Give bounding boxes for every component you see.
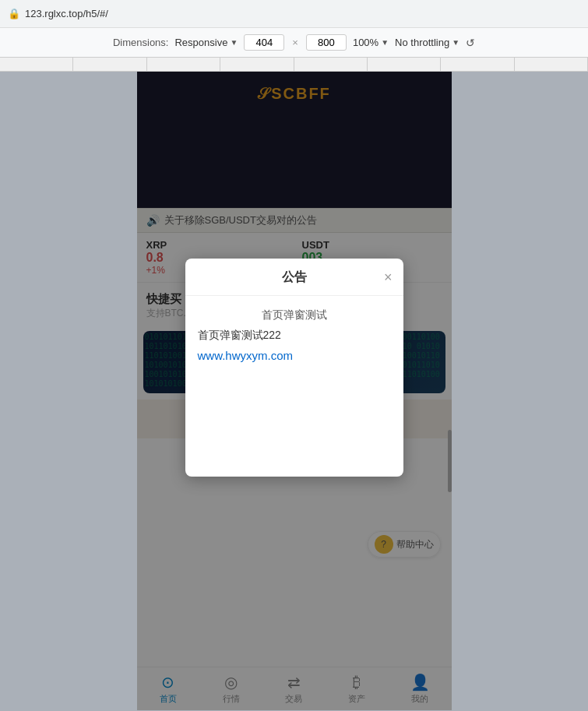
viewport-wrapper: 𝒮 SCBFF 🔊 关于移除SGB/USDT交易对的公告 XRP 0.8 +1%… [0,72,588,711]
zoom-label: 100% [353,37,379,48]
ruler-segment [147,58,220,71]
ruler-strip [0,58,588,72]
browser-chrome: 🔒 123.rglxc.top/h5/#/ Dimensions: Respon… [0,0,588,72]
ruler-segment [73,58,146,71]
ruler-segment [441,58,514,71]
url-text[interactable]: 123.rglxc.top/h5/#/ [25,8,580,19]
rotate-icon[interactable]: ↺ [466,37,475,49]
modal-title: 公告 [282,269,307,286]
ruler-segment [0,58,73,71]
modal-body: 首页弹窗测试 首页弹窗测试222 www.hwyxym.com [185,296,403,375]
height-input[interactable] [306,34,347,51]
modal-content: 首页弹窗测试222 [198,329,391,343]
dimension-separator: × [292,37,298,48]
responsive-chevron: ▼ [230,38,238,47]
modal-close-button[interactable]: × [384,270,393,284]
modal-box: 公告 × 首页弹窗测试 首页弹窗测试222 www.hwyxym.com [185,259,403,477]
modal-subtitle: 首页弹窗测试 [198,308,391,322]
ruler-segment [368,58,441,71]
dimensions-label: Dimensions: [113,37,169,48]
mobile-screen: 𝒮 SCBFF 🔊 关于移除SGB/USDT交易对的公告 XRP 0.8 +1%… [137,72,452,710]
responsive-label: Responsive [174,37,227,48]
modal-overlay[interactable]: 公告 × 首页弹窗测试 首页弹窗测试222 www.hwyxym.com [137,72,452,710]
throttle-label: No throttling [395,37,449,48]
address-bar: 🔒 123.rglxc.top/h5/#/ [0,0,588,28]
width-input[interactable] [244,34,284,51]
ruler-segment [294,58,368,71]
responsive-dropdown[interactable]: Responsive ▼ [174,37,238,48]
modal-header: 公告 × [185,259,403,296]
modal-link[interactable]: www.hwyxym.com [198,349,391,362]
zoom-dropdown[interactable]: 100% ▼ [353,37,389,48]
zoom-chevron: ▼ [381,38,389,47]
throttle-chevron: ▼ [452,38,459,47]
ruler-segment [515,58,588,71]
throttle-dropdown[interactable]: No throttling ▼ [395,37,459,48]
ruler-segment [220,58,294,71]
lock-icon: 🔒 [8,8,20,19]
dev-toolbar: Dimensions: Responsive ▼ × 100% ▼ No thr… [0,28,588,58]
